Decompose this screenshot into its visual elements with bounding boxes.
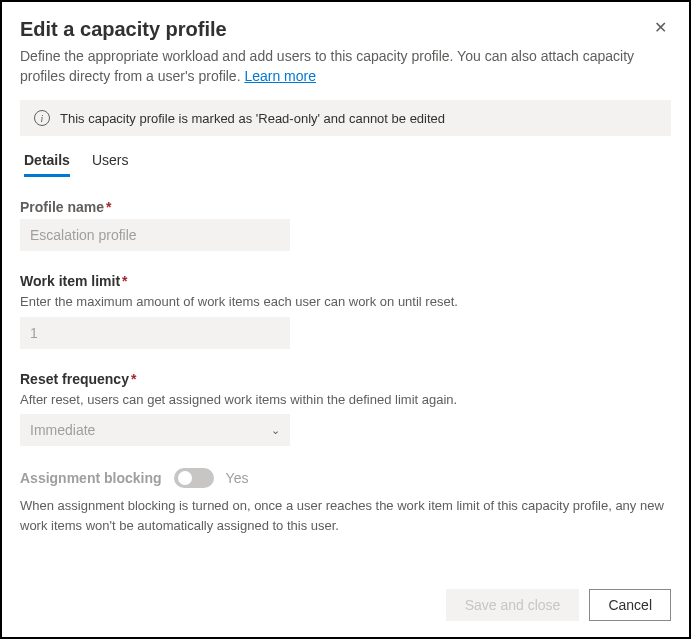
info-icon: i (34, 110, 50, 126)
dialog-description: Define the appropriate workload and add … (20, 47, 671, 86)
required-asterisk: * (131, 371, 136, 387)
tab-list: Details Users (20, 152, 671, 177)
profile-name-input: Escalation profile (20, 219, 290, 251)
chevron-down-icon: ⌄ (271, 424, 280, 437)
assignment-blocking-toggle (174, 468, 214, 488)
tab-users[interactable]: Users (92, 152, 129, 177)
toggle-knob (178, 471, 192, 485)
learn-more-link[interactable]: Learn more (244, 68, 316, 84)
required-asterisk: * (106, 199, 111, 215)
label-text: Reset frequency (20, 371, 129, 387)
assignment-blocking-label: Assignment blocking (20, 470, 162, 486)
work-item-limit-input: 1 (20, 317, 290, 349)
save-and-close-button: Save and close (446, 589, 580, 621)
dialog-footer: Save and close Cancel (446, 589, 671, 621)
select-value: Immediate (30, 422, 95, 438)
profile-name-label: Profile name* (20, 199, 671, 215)
reset-frequency-select: Immediate ⌄ (20, 414, 290, 446)
reset-frequency-label: Reset frequency* (20, 371, 671, 387)
tab-details[interactable]: Details (24, 152, 70, 177)
profile-name-field: Profile name* Escalation profile (20, 199, 671, 251)
label-text: Work item limit (20, 273, 120, 289)
readonly-banner: i This capacity profile is marked as 'Re… (20, 100, 671, 136)
description-text: Define the appropriate workload and add … (20, 48, 634, 84)
required-asterisk: * (122, 273, 127, 289)
assignment-blocking-field: Assignment blocking Yes When assignment … (20, 468, 671, 535)
label-text: Profile name (20, 199, 104, 215)
reset-frequency-field: Reset frequency* After reset, users can … (20, 371, 671, 447)
close-button[interactable]: ✕ (650, 18, 671, 38)
dialog-title: Edit a capacity profile (20, 18, 227, 41)
banner-text: This capacity profile is marked as 'Read… (60, 111, 445, 126)
assignment-blocking-description: When assignment blocking is turned on, o… (20, 496, 671, 535)
work-item-limit-hint: Enter the maximum amount of work items e… (20, 293, 671, 311)
work-item-limit-label: Work item limit* (20, 273, 671, 289)
work-item-limit-field: Work item limit* Enter the maximum amoun… (20, 273, 671, 349)
input-value: 1 (30, 325, 38, 341)
toggle-state-text: Yes (226, 470, 249, 486)
close-icon: ✕ (654, 19, 667, 36)
input-value: Escalation profile (30, 227, 137, 243)
cancel-button[interactable]: Cancel (589, 589, 671, 621)
reset-frequency-hint: After reset, users can get assigned work… (20, 391, 671, 409)
